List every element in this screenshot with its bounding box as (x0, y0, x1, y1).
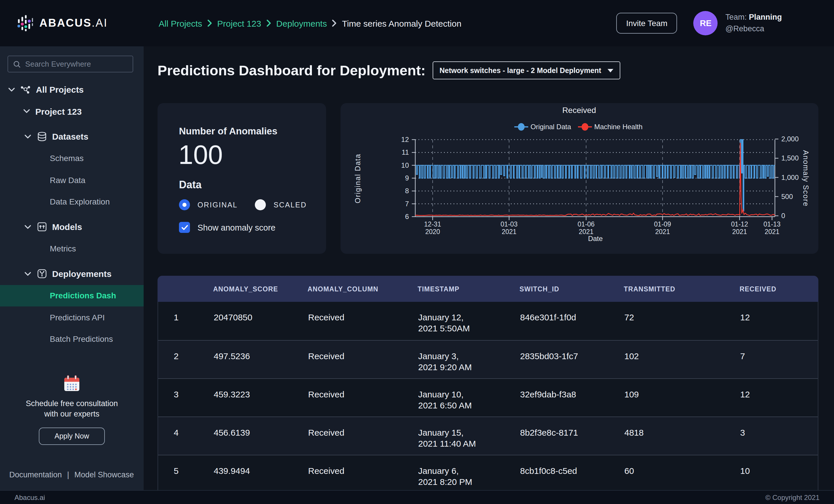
sidebar-item-metrics[interactable]: Metrics (0, 238, 144, 260)
table-body: 120470850ReceivedJanuary 12,2021 5:50AM8… (157, 302, 818, 490)
breadcrumb-item-time-series-anomaly-detection: Time series Anomaly Detection (342, 18, 461, 28)
svg-text:Received: Received (562, 106, 596, 115)
sidebar-item-project-123[interactable]: Project 123 (0, 101, 144, 122)
consultation-text: Schedule free consultation with our expe… (0, 399, 144, 420)
links-divider: | (67, 470, 69, 479)
cell-anomaly-column: Received (308, 341, 418, 378)
datasets-icon (37, 132, 47, 142)
svg-text:01-03: 01-03 (501, 220, 518, 228)
svg-text:2021: 2021 (502, 228, 516, 236)
radio-original[interactable]: ORIGINAL (179, 199, 238, 210)
chart-card: 678910111205001,0001,5002,00012-31202001… (341, 103, 818, 254)
footer-copyright: © Copyright 2021 (765, 493, 819, 501)
svg-text:500: 500 (781, 193, 793, 200)
cell-timestamp: January 10,2021 6:50 AM (418, 379, 520, 417)
cell-received: 12 (740, 302, 819, 340)
documentation-link[interactable]: Documentation (9, 470, 62, 479)
radio-scaled[interactable]: SCALED (255, 199, 307, 210)
anomalies-count: 100 (178, 139, 223, 170)
table-row: 3459.3223ReceivedJanuary 10,2021 6:50 AM… (158, 378, 818, 417)
svg-text:Original Data: Original Data (354, 154, 362, 203)
chevron-down-icon (24, 272, 31, 276)
sidebar-item-all-projects[interactable]: All Projects (0, 79, 144, 101)
svg-text:01-12: 01-12 (731, 220, 748, 228)
svg-text:1,000: 1,000 (781, 174, 799, 181)
cell-switch-id: 32ef9dab-f3a8 (520, 379, 624, 417)
sidebar-item-predictions-api[interactable]: Predictions API (0, 306, 144, 328)
table-row: 4456.6139ReceivedJanuary 15,2021 11:40 A… (158, 417, 818, 455)
cards-row: Number of Anomalies 100 Data ORIGINALSCA… (157, 103, 818, 254)
cell-anomaly-column: Received (308, 302, 418, 340)
invite-team-button[interactable]: Invite Team (616, 13, 677, 34)
predictions-table: ANOMALY_SCOREANOMALY_COLUMNTIMESTAMPSWIT… (157, 276, 818, 490)
show-anomaly-score-checkbox[interactable]: Show anomaly score (179, 222, 276, 233)
cell-timestamp: January 3,2021 9:20 AM (418, 341, 520, 378)
column-header-transmitted: TRANSMITTED (624, 285, 740, 292)
svg-text:12-31: 12-31 (424, 220, 441, 228)
abacus-dashboard: ABACUS.AI All ProjectsProject 123Deploym… (0, 0, 834, 504)
avatar[interactable]: RE (694, 11, 718, 35)
sidebar-item-label: Models (52, 222, 82, 232)
chevron-right-icon (266, 20, 271, 27)
svg-text:Original Data: Original Data (530, 123, 571, 131)
chevron-down-icon (23, 109, 30, 114)
sidebar-item-label: All Projects (36, 85, 84, 95)
cell-anomaly-score: 456.6139 (214, 417, 308, 455)
calendar-icon (63, 374, 81, 393)
sidebar-item-schemas[interactable]: Schemas (0, 148, 144, 169)
svg-text:2021: 2021 (655, 228, 670, 236)
sidebar-item-raw-data[interactable]: Raw Data (0, 169, 144, 191)
radio-label: SCALED (273, 201, 307, 209)
sidebar-item-datasets[interactable]: Datasets (0, 126, 144, 148)
radio-label: ORIGINAL (197, 201, 238, 209)
search-input[interactable] (25, 60, 127, 68)
anomaly-chart[interactable]: 678910111205001,0001,5002,00012-31202001… (341, 103, 818, 254)
svg-text:Machine Health: Machine Health (594, 123, 642, 131)
cell-anomaly-score: 439.9494 (214, 455, 308, 490)
cell-timestamp: January 15,2021 11:40 AM (418, 417, 520, 455)
breadcrumb-item-all-projects[interactable]: All Projects (159, 18, 202, 28)
breadcrumb-item-project-123[interactable]: Project 123 (217, 18, 261, 28)
model-showcase-link[interactable]: Model Showcase (74, 470, 134, 479)
row-index: 2 (158, 341, 214, 378)
cell-anomaly-column: Received (308, 455, 418, 490)
abacus-logo[interactable]: ABACUS.AI (0, 15, 144, 32)
svg-text:01-09: 01-09 (654, 220, 671, 228)
svg-text:Date: Date (588, 235, 603, 242)
svg-text:2,000: 2,000 (781, 135, 799, 143)
sidebar-item-predictions-dash[interactable]: Predictions Dash (0, 285, 144, 306)
svg-text:10: 10 (401, 161, 409, 169)
models-icon (37, 222, 47, 232)
deployment-dropdown[interactable]: Network switches - large - 2 Model Deplo… (433, 61, 620, 79)
sidebar-item-data-exploration[interactable]: Data Exploration (0, 191, 144, 213)
svg-text:1,500: 1,500 (781, 154, 799, 162)
sidebar-item-label: Batch Predictions (50, 334, 113, 344)
sidebar-footer-links: Documentation | Model Showcase (9, 470, 134, 479)
abacus-logo-icon (17, 15, 33, 32)
column-header-switch_id: SWITCH_ID (520, 285, 624, 292)
cell-anomaly-score: 497.5236 (214, 341, 308, 378)
row-index: 5 (158, 455, 214, 490)
sidebar-item-batch-predictions[interactable]: Batch Predictions (0, 328, 144, 350)
sidebar-item-models[interactable]: Models (0, 216, 144, 238)
cell-received: 12 (740, 379, 819, 417)
chevron-down-icon (24, 225, 31, 229)
cell-anomaly-column: Received (308, 417, 418, 455)
svg-text:11: 11 (402, 148, 409, 156)
svg-text:12: 12 (401, 135, 409, 144)
search-box[interactable] (7, 56, 133, 72)
cell-switch-id: 8cb1f0c8-c5ed (520, 455, 624, 490)
app-header: ABACUS.AI All ProjectsProject 123Deploym… (0, 0, 834, 46)
search-icon (13, 60, 21, 68)
footer-brand[interactable]: Abacus.ai (15, 493, 45, 501)
projects-icon (20, 85, 31, 95)
sidebar: All ProjectsProject 123DatasetsSchemasRa… (0, 46, 144, 490)
cell-transmitted: 4818 (624, 417, 740, 455)
cell-transmitted: 72 (624, 302, 740, 340)
apply-now-button[interactable]: Apply Now (39, 428, 105, 445)
column-header-timestamp: TIMESTAMP (418, 285, 520, 292)
sidebar-item-label: Datasets (52, 132, 88, 141)
sidebar-item-deployements[interactable]: Deployements (0, 263, 144, 285)
header-right: Invite Team RE Team: Planning @Rebecca (616, 11, 834, 35)
breadcrumb-item-deployments[interactable]: Deployments (276, 18, 327, 28)
